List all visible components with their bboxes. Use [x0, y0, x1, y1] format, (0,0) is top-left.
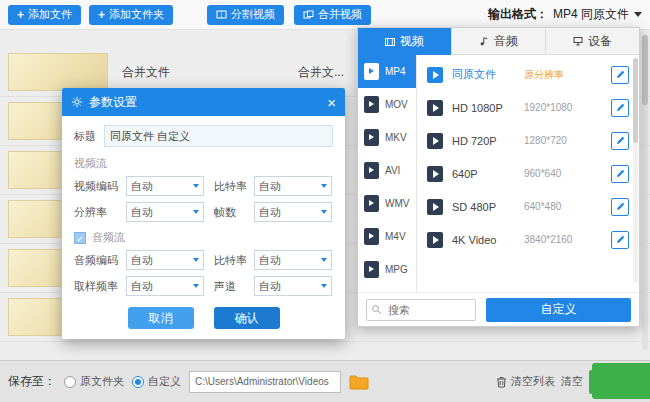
format-item-avi[interactable]: AVI: [358, 154, 416, 187]
confirm-button[interactable]: 确认: [214, 307, 280, 329]
panel-scrollbar[interactable]: [633, 58, 638, 283]
chevron-down-icon: [193, 258, 199, 262]
preset-list: 同原文件 原分辨率 HD 1080P 1920*1080 HD: [417, 55, 639, 292]
clear-list-button[interactable]: 清空列表: [496, 374, 555, 389]
close-icon[interactable]: ×: [327, 95, 336, 110]
preset-name: 同原文件: [452, 67, 524, 82]
chevron-down-icon: [193, 210, 199, 214]
device-tab-icon: [573, 36, 583, 46]
format-label: M4V: [385, 231, 406, 242]
resolution-label: 分辨率: [74, 205, 126, 220]
add-folder-button[interactable]: + 添加文件夹: [89, 5, 173, 25]
preset-resolution: 1920*1080: [524, 102, 611, 113]
toolbar-mid-group: 分割视频 合并视频: [207, 5, 371, 25]
split-video-button[interactable]: 分割视频: [207, 5, 284, 25]
format-item-wmv[interactable]: WMV: [358, 187, 416, 220]
format-item-mkv[interactable]: MKV: [358, 121, 416, 154]
preset-row-original[interactable]: 同原文件 原分辨率: [417, 58, 639, 91]
audio-bitrate-select[interactable]: 自动: [254, 250, 332, 270]
dialog-header: 参数设置 ×: [62, 88, 345, 116]
tab-video[interactable]: 视频: [358, 28, 452, 55]
chevron-down-icon: [634, 12, 642, 17]
radio-icon-checked[interactable]: [132, 376, 144, 388]
tab-device[interactable]: 设备: [546, 28, 639, 55]
tab-audio[interactable]: 音频: [452, 28, 546, 55]
frame-select[interactable]: 自动: [254, 202, 332, 222]
edit-icon[interactable]: [611, 132, 629, 150]
sample-rate-select[interactable]: 自动: [126, 276, 204, 296]
frame-label: 帧数: [214, 205, 254, 220]
output-format-panel: 视频 音频 设备 MP4: [357, 27, 640, 327]
video-bitrate-select[interactable]: 自动: [254, 176, 332, 196]
edit-icon[interactable]: [611, 165, 629, 183]
channel-select[interactable]: 自动: [254, 276, 332, 296]
format-item-mpg[interactable]: MPG: [358, 253, 416, 286]
browse-folder-button[interactable]: [349, 374, 369, 390]
preset-row-480p[interactable]: SD 480P 640*480: [417, 190, 639, 223]
radio-original-folder[interactable]: 原文件夹: [64, 374, 124, 389]
format-label: AVI: [385, 165, 400, 176]
title-field-label: 标题: [74, 129, 96, 144]
add-file-label: 添加文件: [28, 7, 72, 22]
video-encode-label: 视频编码: [74, 179, 126, 194]
video-encode-select[interactable]: 自动: [126, 176, 204, 196]
file-name: 合并文件: [122, 64, 298, 81]
edit-icon[interactable]: [611, 99, 629, 117]
resolution-select[interactable]: 自动: [126, 202, 204, 222]
select-value: 自动: [259, 279, 281, 294]
audio-encode-label: 音频编码: [74, 253, 126, 268]
merge-video-icon: [303, 9, 314, 20]
file-format-icon: [364, 261, 379, 278]
save-path-input[interactable]: [189, 371, 341, 393]
clear-list-label: 清空列表: [511, 374, 555, 389]
format-label: WMV: [385, 198, 409, 209]
preset-resolution: 1280*720: [524, 135, 611, 146]
scrollbar-thumb[interactable]: [642, 35, 648, 105]
add-file-button[interactable]: + 添加文件: [8, 5, 81, 25]
edit-icon[interactable]: [611, 231, 629, 249]
scrollbar-thumb[interactable]: [633, 58, 638, 143]
format-item-m4v[interactable]: M4V: [358, 220, 416, 253]
preset-resolution: 原分辨率: [524, 68, 611, 82]
preset-row-4k[interactable]: 4K Video 3840*2160: [417, 223, 639, 256]
radio-custom-folder[interactable]: 自定义: [132, 374, 181, 389]
preset-row-640p[interactable]: 640P 960*640: [417, 157, 639, 190]
chevron-down-icon: [321, 284, 327, 288]
preset-resolution: 960*640: [524, 168, 611, 179]
format-search-box: [366, 299, 476, 321]
select-value: 自动: [259, 205, 281, 220]
radio-icon[interactable]: [64, 376, 76, 388]
audio-encode-select[interactable]: 自动: [126, 250, 204, 270]
convert-button[interactable]: [592, 363, 650, 399]
select-value: 自动: [131, 279, 153, 294]
preset-row-720p[interactable]: HD 720P 1280*720: [417, 124, 639, 157]
custom-format-button[interactable]: 自定义: [486, 298, 631, 322]
panel-bottom-bar: 自定义: [358, 292, 639, 326]
format-item-mp4[interactable]: MP4: [358, 55, 416, 88]
preset-row-1080p[interactable]: HD 1080P 1920*1080: [417, 91, 639, 124]
clear-button[interactable]: 清空: [561, 374, 583, 389]
search-input[interactable]: [386, 303, 462, 317]
chevron-down-icon: [321, 258, 327, 262]
sample-rate-label: 取样频率: [74, 279, 126, 294]
cancel-button[interactable]: 取消: [128, 307, 194, 329]
title-input[interactable]: [104, 125, 333, 147]
dialog-body: 标题 视频流 视频编码 自动 比特率 自动 分辨率 自动: [62, 116, 345, 339]
output-format-dropdown[interactable]: 输出格式： MP4 同原文件: [488, 6, 642, 23]
format-item-mov[interactable]: MOV: [358, 88, 416, 121]
list-scrollbar[interactable]: [642, 35, 648, 350]
audio-stream-checkbox[interactable]: ✓: [74, 232, 86, 244]
video-file-icon: [427, 133, 443, 149]
merge-video-button[interactable]: 合并视频: [294, 5, 371, 25]
output-name: 合并文...: [298, 64, 344, 81]
video-bitrate-label: 比特率: [214, 179, 254, 194]
edit-icon[interactable]: [611, 198, 629, 216]
format-label: MPG: [385, 264, 408, 275]
split-video-label: 分割视频: [231, 7, 275, 22]
tab-label: 设备: [588, 33, 612, 50]
format-tabs: 视频 音频 设备: [358, 28, 639, 55]
video-file-icon: [427, 199, 443, 215]
chevron-down-icon: [321, 184, 327, 188]
plus-icon: +: [98, 9, 105, 21]
edit-icon[interactable]: [611, 66, 629, 84]
